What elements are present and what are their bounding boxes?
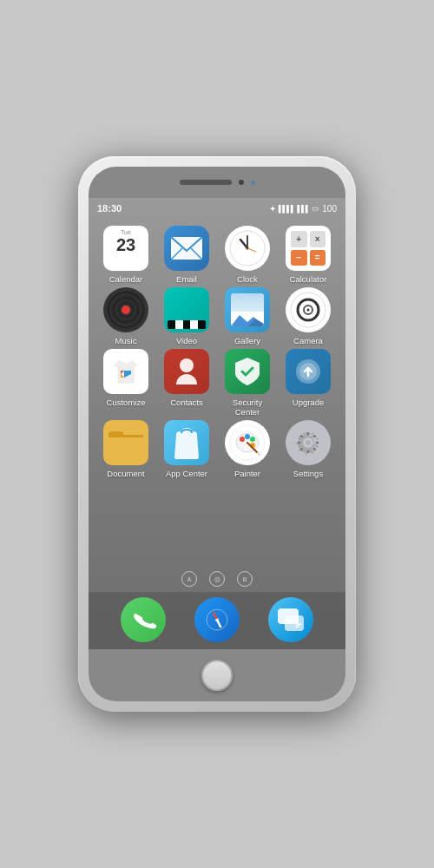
camera-label: Camera (293, 336, 323, 345)
app-music[interactable]: Music (98, 287, 154, 345)
home-button[interactable] (201, 660, 233, 691)
dock-browser[interactable] (194, 597, 240, 642)
camera-icon (286, 287, 331, 332)
phone-body: 18:30 ✦ ▌▌▌▌ ▌▌▌ ▭ 100 T (89, 167, 345, 701)
app-clock[interactable]: Clock (220, 226, 275, 284)
app-grid: Tue 23 Calendar (89, 217, 345, 566)
painter-icon (225, 420, 270, 465)
document-icon (103, 420, 148, 465)
app-video[interactable]: Video (159, 287, 214, 345)
status-time: 18:30 (97, 203, 122, 214)
page-dot-1[interactable]: A (181, 571, 197, 587)
svg-line-38 (301, 448, 303, 450)
app-calculator[interactable]: + × − = Calculator (280, 226, 336, 284)
app-security[interactable]: Security Center (220, 349, 275, 417)
settings-label: Settings (293, 469, 323, 478)
dock-messages[interactable] (268, 597, 313, 642)
page-dot-3[interactable]: B (237, 571, 253, 587)
status-icons: ✦ ▌▌▌▌ ▌▌▌ ▭ 100 (269, 204, 337, 214)
svg-rect-45 (285, 615, 304, 631)
appcenter-label: App Center (166, 469, 207, 478)
settings-icon (286, 420, 331, 465)
security-label: Security Center (220, 398, 275, 417)
music-label: Music (115, 336, 137, 345)
app-painter[interactable]: Painter (220, 420, 275, 478)
app-customize[interactable]: Customize (98, 349, 154, 407)
camera-svg (289, 291, 327, 329)
dock-phone[interactable] (121, 597, 166, 642)
calendar-icon: Tue 23 (103, 226, 148, 271)
app-contacts[interactable]: Contacts (159, 349, 214, 407)
front-camera (251, 181, 255, 185)
upgrade-arrow (296, 359, 320, 384)
upgrade-icon (286, 349, 331, 394)
app-row-2: Music (95, 287, 339, 345)
dock (89, 592, 345, 649)
calc-x: × (310, 231, 326, 247)
signal2-icon: ▌▌▌ (297, 205, 309, 213)
customize-label: Customize (107, 398, 146, 407)
svg-point-23 (240, 437, 245, 442)
speaker-grille (180, 180, 232, 185)
camera-dot (239, 180, 244, 185)
arrow-svg (299, 362, 318, 381)
battery-icon: ▭ (312, 204, 319, 213)
battery-level: 100 (322, 204, 337, 214)
video-label: Video (176, 336, 197, 345)
bluetooth-icon: ✦ (269, 204, 276, 214)
svg-point-25 (250, 437, 255, 442)
calc-minus: − (291, 250, 307, 266)
bag-svg (173, 426, 201, 459)
app-email[interactable]: Email (159, 226, 214, 284)
signal1-icon: ▌▌▌▌ (279, 205, 295, 213)
painter-svg (228, 424, 266, 462)
clock-icon (225, 226, 270, 271)
email-label: Email (176, 274, 197, 284)
document-label: Document (107, 469, 144, 478)
page-dot-2[interactable]: ◎ (209, 571, 225, 587)
shield-svg (233, 356, 261, 387)
svg-point-13 (307, 309, 310, 312)
svg-point-24 (245, 434, 250, 439)
app-row-4: Document App Center (95, 420, 339, 478)
calculator-icon: + × − = (286, 226, 331, 271)
customize-svg (108, 353, 144, 390)
svg-line-36 (301, 436, 303, 437)
app-camera[interactable]: Camera (280, 287, 336, 345)
app-row-1: Tue 23 Calendar (95, 226, 339, 284)
cal-date: 23 (116, 235, 135, 254)
app-calendar[interactable]: Tue 23 Calendar (98, 226, 154, 284)
clock-svg (228, 229, 266, 267)
video-icon (164, 287, 209, 332)
calendar-label: Calendar (109, 274, 143, 284)
app-row-3: Customize Contacts (95, 349, 339, 417)
svg-point-41 (306, 440, 311, 445)
app-appcenter[interactable]: App Center (159, 420, 214, 478)
calc-plus: + (291, 231, 307, 247)
cal-day: Tue (121, 229, 131, 235)
customize-icon (103, 349, 148, 394)
painter-label: Painter (234, 469, 260, 478)
security-icon (225, 349, 270, 394)
clock-label: Clock (237, 274, 258, 284)
phone-frame: 18:30 ✦ ▌▌▌▌ ▌▌▌ ▭ 100 T (78, 156, 356, 712)
page-dots: A ◎ B (89, 566, 345, 592)
app-upgrade[interactable]: Upgrade (280, 349, 336, 407)
contacts-label: Contacts (170, 398, 203, 407)
phone-top-bar (89, 167, 345, 198)
screen: 18:30 ✦ ▌▌▌▌ ▌▌▌ ▭ 100 T (89, 198, 345, 649)
gear-svg (293, 427, 324, 458)
music-icon (103, 287, 148, 332)
vinyl-disc (107, 291, 145, 329)
gallery-label: Gallery (234, 336, 260, 345)
email-icon (164, 226, 209, 271)
gallery-icon (225, 287, 270, 332)
phone-icon (131, 608, 155, 632)
app-gallery[interactable]: Gallery (220, 287, 275, 345)
app-document[interactable]: Document (98, 420, 154, 478)
app-settings[interactable]: Settings (280, 420, 336, 478)
calc-eq: = (310, 250, 326, 266)
folder-svg (108, 429, 143, 457)
person-svg (176, 358, 197, 385)
appcenter-icon (164, 420, 209, 465)
